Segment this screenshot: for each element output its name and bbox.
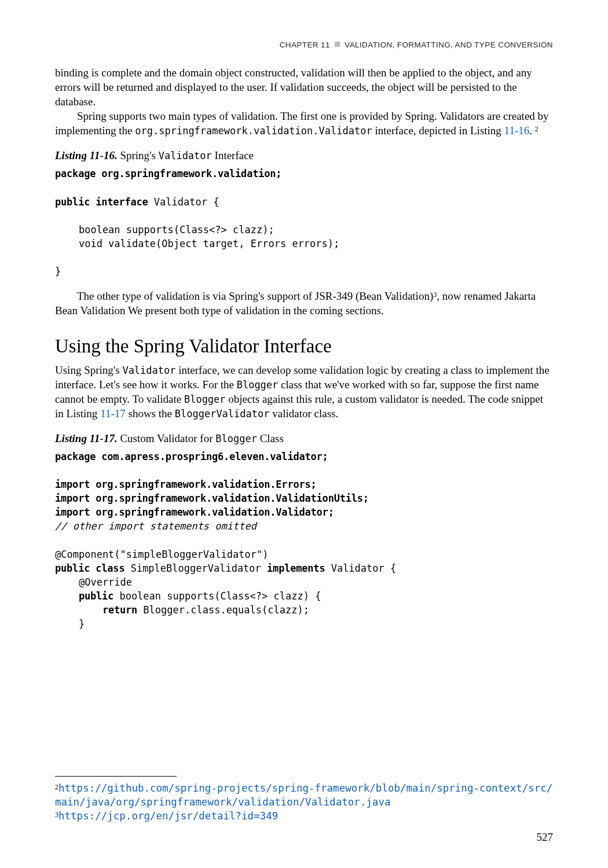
inline-code: Blogger [184, 393, 226, 405]
listing-11-16-caption: Listing 11-16. Spring's Validator Interf… [55, 149, 553, 162]
footnote-3: 3https://jcp.org/en/jsr/detail?id=349 [55, 809, 553, 823]
paragraph-intro-1: binding is complete and the domain objec… [55, 65, 553, 109]
code-text: org.springframework.validation.Validator… [90, 506, 334, 518]
text: Custom Validator for [118, 432, 216, 444]
text: shows the [126, 407, 175, 420]
code-comment: // other import statements omitted [55, 520, 257, 532]
footnote-rule [55, 776, 177, 777]
inline-code: Blogger [215, 433, 257, 444]
code-listing-11-16: package org.springframework.validation; … [55, 167, 553, 278]
code-text [55, 590, 79, 602]
code-text: org.springframework.validation.Errors; [90, 479, 316, 490]
keyword: import [55, 479, 90, 490]
code-text [55, 604, 102, 616]
code-text: Validator { [148, 196, 219, 208]
inline-code: Blogger [237, 379, 279, 391]
text: Interface [212, 149, 254, 161]
listing-11-17-caption: Listing 11-17. Custom Validator for Blog… [55, 432, 553, 445]
code-text: void validate(Object target, Errors erro… [55, 238, 339, 249]
code-text: @Override [55, 576, 132, 588]
footnote-2-link[interactable]: https://github.com/spring-projects/sprin… [55, 782, 552, 808]
code-text: } [55, 618, 85, 630]
footnote-ref-2[interactable]: 2 [535, 125, 539, 133]
inline-code: org.springframework.validation.Validator [135, 125, 372, 137]
code-text: com.apress.prospring6.eleven.validator; [96, 451, 328, 462]
text: Using Spring's [55, 364, 122, 376]
code-text: boolean supports(Class<?> clazz) { [113, 590, 321, 602]
text: . [529, 124, 535, 137]
code-text: Blogger.class.equals(clazz); [137, 604, 309, 616]
section-heading: Using the Spring Validator Interface [55, 336, 553, 357]
page: CHAPTER 11 VALIDATION, FORMATTING, AND T… [0, 0, 608, 868]
inline-code: Validator [159, 150, 212, 161]
keyword: import [55, 506, 90, 518]
keyword: public class [55, 562, 124, 574]
keyword: public interface [55, 196, 148, 208]
text: The other type of validation is via Spri… [77, 290, 433, 302]
listing-link-11-16[interactable]: 11-16 [504, 124, 530, 137]
inline-code: BloggerValidator [175, 408, 270, 420]
code-listing-11-17: package com.apress.prospring6.eleven.val… [55, 450, 553, 631]
text: interface, depicted in Listing [372, 124, 504, 137]
listing-label: Listing 11-17. [55, 432, 118, 444]
paragraph-section-intro: Using Spring's Validator interface, we c… [55, 363, 553, 421]
code-text: SimpleBloggerValidator [124, 562, 267, 574]
footnote-3-link[interactable]: https://jcp.org/en/jsr/detail?id=349 [58, 810, 278, 822]
footnotes: 2https://github.com/spring-projects/spri… [55, 776, 553, 823]
paragraph-intro-2: Spring supports two main types of valida… [55, 109, 553, 138]
keyword: return [102, 604, 137, 616]
code-text: boolean supports(Class<?> clazz); [55, 224, 274, 236]
text: Class [257, 432, 284, 444]
chapter-title: VALIDATION, FORMATTING, AND TYPE CONVERS… [345, 41, 553, 49]
keyword: package [55, 168, 96, 179]
text: validator class. [270, 407, 339, 420]
listing-link-11-17[interactable]: 11-17 [100, 407, 126, 420]
keyword: import [55, 492, 90, 504]
footnote-2: 2https://github.com/spring-projects/spri… [55, 781, 553, 809]
chapter-header: CHAPTER 11 VALIDATION, FORMATTING, AND T… [55, 41, 553, 49]
code-text: @Component("simpleBloggerValidator") [55, 549, 268, 560]
code-text: org.springframework.validation.Validatio… [90, 492, 369, 504]
inline-code: Validator [122, 365, 175, 376]
paragraph-jsr349: The other type of validation is via Spri… [55, 289, 553, 318]
chapter-label: CHAPTER 11 [280, 41, 330, 49]
keyword: implements [267, 562, 325, 574]
code-text: Validator { [325, 562, 396, 574]
listing-label: Listing 11-16. [55, 149, 118, 161]
header-separator-icon [335, 42, 340, 47]
keyword: package [55, 451, 96, 462]
code-text: } [55, 266, 61, 277]
code-text: org.springframework.validation; [96, 168, 281, 179]
page-number: 527 [537, 831, 554, 844]
keyword: public [79, 590, 113, 602]
text: Spring's [118, 149, 159, 161]
